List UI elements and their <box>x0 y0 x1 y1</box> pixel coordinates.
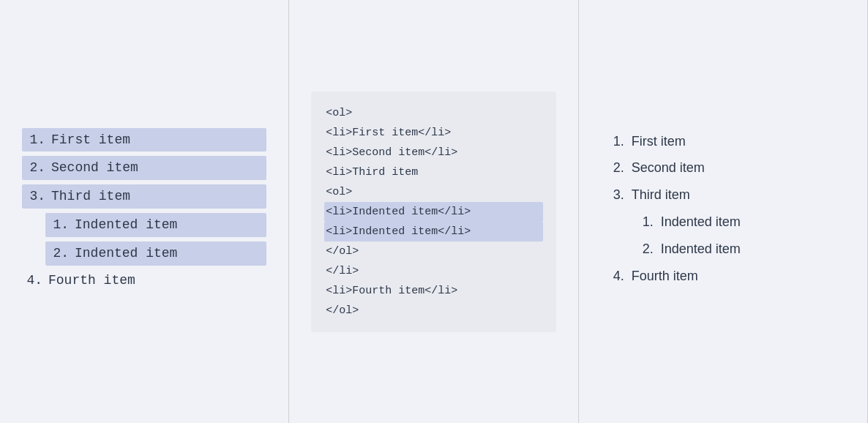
list-text: Indented item <box>661 239 741 260</box>
list-number: 3. <box>601 184 624 206</box>
code-line: <li>First item</li> <box>326 123 541 143</box>
list-number: 2. <box>25 157 45 179</box>
code-block: <ol> <li>First item</li> <li>Second item… <box>311 91 555 332</box>
rendered-list-right: 1. First item 2. Second item 3. Third it… <box>601 131 845 293</box>
list-item: 1. Indented item <box>630 212 845 233</box>
list-text: Indented item <box>661 212 741 233</box>
list-item: 1. First item <box>601 131 845 152</box>
code-line: <ol> <box>326 103 541 123</box>
list-number: 4. <box>601 266 624 287</box>
list-text: Third item <box>51 186 130 207</box>
list-number: 1. <box>25 130 45 151</box>
list-number: 1. <box>601 131 624 152</box>
code-line: <li>Fourth item</li> <box>326 281 541 301</box>
code-line-highlighted: <li>Indented item</li> <box>324 202 542 222</box>
rendered-list-left: 1. First item 2. Second item 3. Third it… <box>22 128 266 296</box>
list-text: Second item <box>51 157 138 179</box>
list-text: First item <box>632 131 686 152</box>
list-number: 1. <box>630 212 654 233</box>
list-text: Second item <box>632 157 705 179</box>
list-item: 2. Indented item <box>630 239 845 260</box>
list-item: 2. Second item <box>601 157 845 179</box>
list-item: 3. Third item <box>601 184 845 206</box>
code-line: </ol> <box>326 242 541 261</box>
list-text: Indented item <box>75 214 177 236</box>
code-line: </ol> <box>326 301 541 321</box>
list-text: First item <box>51 130 130 151</box>
list-item: 2. Indented item <box>45 242 266 266</box>
code-line: <li>Second item</li> <box>326 143 541 162</box>
left-panel: 1. First item 2. Second item 3. Third it… <box>0 0 289 423</box>
list-number: 2. <box>48 243 69 264</box>
list-text: Fourth item <box>632 266 698 287</box>
list-number: 2. <box>630 239 654 260</box>
code-line: <ol> <box>326 182 541 202</box>
list-number: 4. <box>22 270 42 291</box>
list-item: 4. Fourth item <box>22 270 266 291</box>
sub-list: 1. Indented item 2. Indented item <box>45 213 266 266</box>
list-text: Indented item <box>75 243 177 264</box>
code-line-highlighted: <li>Indented item</li> <box>324 222 542 242</box>
list-item: 1. First item <box>22 128 266 152</box>
list-item: 3. Third item <box>22 184 266 209</box>
middle-panel: <ol> <li>First item</li> <li>Second item… <box>289 0 578 423</box>
list-item: 4. Fourth item <box>601 266 845 287</box>
list-text: Third item <box>632 184 690 206</box>
code-line: </li> <box>326 261 541 281</box>
right-panel: 1. First item 2. Second item 3. Third it… <box>579 0 868 423</box>
list-item: 1. Indented item <box>45 213 266 237</box>
list-number: 3. <box>25 186 45 207</box>
list-number: 2. <box>601 157 624 179</box>
list-text: Fourth item <box>48 270 135 291</box>
list-number: 1. <box>48 214 69 236</box>
sub-list: 1. Indented item 2. Indented item <box>630 212 845 260</box>
list-item: 2. Second item <box>22 156 266 180</box>
code-line: <li>Third item <box>326 162 541 182</box>
